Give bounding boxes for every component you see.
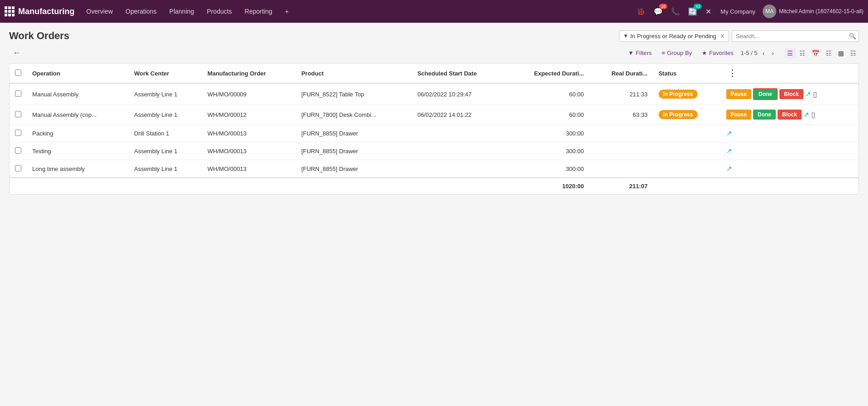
toolbar-actions: ▼ Filters ≡ Group By ★ Favorites 1-5 / 5…: [625, 48, 859, 59]
chat-badge: 16: [659, 4, 667, 9]
group-by-label: Group By: [667, 50, 692, 56]
toolbar: ← ▼ Filters ≡ Group By ★ Favorites 1-5 /…: [9, 47, 859, 59]
row-product: [FURN_8522] Table Top: [296, 83, 412, 105]
nav-planning[interactable]: Planning: [164, 5, 200, 18]
filter-tag[interactable]: ▼ In Progress or Ready or Pending ✕: [619, 30, 729, 42]
row-status-cell: [653, 142, 721, 160]
filter-close-icon[interactable]: ✕: [720, 33, 725, 40]
row-status-cell: In Progress: [653, 83, 721, 105]
pivot-view-button[interactable]: ☷: [823, 48, 834, 59]
row-scheduled-start: [412, 142, 507, 160]
row-work-center: Assembly Line 1: [129, 105, 202, 125]
nav-reporting[interactable]: Reporting: [239, 5, 278, 18]
col-expected-duration[interactable]: Expected Durati...: [507, 64, 589, 83]
next-page-button[interactable]: ›: [769, 49, 776, 58]
group-by-button[interactable]: ≡ Group By: [659, 48, 695, 58]
row-checkbox[interactable]: [15, 90, 21, 97]
row-manufacturing-order: WH/MO/00012: [202, 105, 296, 125]
work-orders-table: Operation Work Center Manufacturing Orde…: [9, 63, 859, 195]
row-checkbox-cell[interactable]: [10, 142, 27, 160]
col-real-duration[interactable]: Real Durati...: [590, 64, 653, 83]
col-scheduled-start[interactable]: Scheduled Start Date: [412, 64, 507, 83]
search-icon[interactable]: 🔍: [849, 33, 856, 40]
row-status-cell: [653, 160, 721, 178]
row-checkbox-cell[interactable]: [10, 83, 27, 105]
open-external-button[interactable]: ↗: [726, 129, 732, 137]
row-checkbox-cell[interactable]: [10, 105, 27, 125]
row-checkbox[interactable]: [15, 111, 21, 117]
open-external-button[interactable]: ↗: [726, 147, 732, 155]
prev-page-button[interactable]: ‹: [760, 49, 767, 58]
done-button[interactable]: Done: [753, 88, 778, 100]
open-external-button[interactable]: ↗: [726, 165, 732, 173]
user-info[interactable]: MA Mitchell Admin (16074602-15-0-all): [763, 5, 863, 18]
block-button[interactable]: Block: [779, 89, 804, 99]
col-product[interactable]: Product: [296, 64, 412, 83]
back-button[interactable]: ←: [9, 47, 25, 59]
pagination-text: 1-5 / 5: [741, 50, 758, 56]
row-checkbox-cell[interactable]: [10, 125, 27, 142]
column-menu-icon[interactable]: ⋮: [726, 69, 738, 78]
tablet-view-button[interactable]: ▯: [813, 90, 817, 99]
row-checkbox[interactable]: [15, 147, 21, 154]
activity-view-button[interactable]: ☷: [848, 48, 859, 59]
col-operation[interactable]: Operation: [27, 64, 129, 83]
tablet-view-button[interactable]: ▯: [811, 110, 815, 119]
filters-button[interactable]: ▼ Filters: [625, 48, 655, 58]
search-input[interactable]: [732, 30, 859, 42]
col-work-center[interactable]: Work Center: [129, 64, 202, 83]
row-checkbox[interactable]: [15, 130, 21, 136]
row-real-duration: [590, 125, 653, 142]
filter-bar: ▼ In Progress or Ready or Pending ✕ 🔍: [619, 30, 859, 42]
open-external-button[interactable]: ↗: [804, 110, 809, 119]
kanban-view-button[interactable]: ☷: [797, 48, 808, 59]
nav-operations[interactable]: Operations: [120, 5, 162, 18]
close-icon[interactable]: ✕: [704, 5, 713, 18]
updates-icon[interactable]: 🔄 43: [686, 5, 699, 18]
graph-view-button[interactable]: ▩: [835, 48, 847, 59]
row-scheduled-start: [412, 160, 507, 178]
row-actions-cell: ↗: [721, 142, 858, 160]
row-operation: Packing: [27, 125, 129, 142]
filter-icon: ▼: [628, 50, 634, 56]
calendar-view-button[interactable]: 📅: [809, 48, 822, 59]
phone-icon[interactable]: 📞: [669, 5, 682, 18]
row-checkbox-cell[interactable]: [10, 160, 27, 178]
nav-plus[interactable]: +: [279, 5, 294, 18]
nav-products[interactable]: Products: [201, 5, 237, 18]
row-expected-duration: 300:00: [507, 125, 589, 142]
favorites-button[interactable]: ★ Favorites: [699, 48, 736, 58]
row-actions-cell: ↗: [721, 160, 858, 178]
main-content: Work Orders ▼ In Progress or Ready or Pe…: [0, 23, 868, 202]
avatar: MA: [763, 5, 776, 18]
row-scheduled-start: 06/02/2022 10:29:47: [412, 83, 507, 105]
block-button[interactable]: Block: [778, 110, 802, 120]
brand[interactable]: Manufacturing: [5, 6, 74, 16]
col-manufacturing-order[interactable]: Manufacturing Order: [202, 64, 296, 83]
nav-overview[interactable]: Overview: [81, 5, 118, 18]
select-all-header[interactable]: [10, 64, 27, 83]
done-button[interactable]: Done: [753, 110, 776, 120]
company-name[interactable]: My Company: [720, 8, 755, 15]
user-name: Mitchell Admin (16074602-15-0-all): [779, 8, 863, 15]
row-expected-duration: 60:00: [507, 83, 589, 105]
col-status[interactable]: Status: [653, 64, 721, 83]
bug-icon[interactable]: 🐞: [635, 5, 647, 18]
row-work-center: Assembly Line 1: [129, 83, 202, 105]
pause-button[interactable]: Pause: [726, 110, 751, 120]
select-all-checkbox[interactable]: [15, 70, 21, 76]
chat-icon[interactable]: 💬 16: [652, 5, 665, 18]
open-external-button[interactable]: ↗: [805, 90, 811, 98]
row-manufacturing-order: WH/MO/00009: [202, 83, 296, 105]
list-view-button[interactable]: ☰: [784, 48, 796, 59]
updates-badge: 43: [694, 4, 702, 9]
row-manufacturing-order: WH/MO/00013: [202, 142, 296, 160]
row-actions-cell: PauseDoneBlock↗▯: [721, 105, 858, 125]
row-status-cell: [653, 125, 721, 142]
totals-row: 1020:00 211:07: [10, 178, 858, 194]
grid-icon[interactable]: [5, 6, 15, 16]
pause-button[interactable]: Pause: [726, 89, 751, 99]
row-scheduled-start: [412, 125, 507, 142]
row-checkbox[interactable]: [15, 165, 21, 171]
row-operation: Long time assembly: [27, 160, 129, 178]
